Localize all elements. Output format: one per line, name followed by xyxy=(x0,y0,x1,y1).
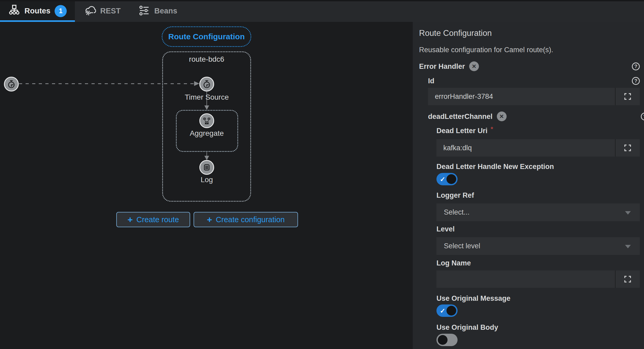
help-icon[interactable] xyxy=(641,113,644,120)
plus-icon: + xyxy=(207,215,212,224)
logger-ref-placeholder: Select... xyxy=(444,208,470,216)
use-original-body-label: Use Original Body xyxy=(436,323,498,332)
edge-aggregate-to-log xyxy=(206,152,207,156)
beans-options-icon xyxy=(138,5,150,17)
create-route-button[interactable]: + Create route xyxy=(116,212,190,227)
help-icon[interactable] xyxy=(632,62,640,70)
required-asterisk: * xyxy=(491,125,493,133)
help-icon[interactable] xyxy=(632,77,640,85)
panel-description: Reusable configuration for Camel route(s… xyxy=(419,46,640,54)
aggregate-label: Aggregate xyxy=(162,129,252,138)
expand-icon xyxy=(624,93,631,100)
level-placeholder: Select level xyxy=(444,242,480,250)
handle-new-exception-row: Dead Letter Handle New Exception xyxy=(436,162,640,171)
chevron-down-icon xyxy=(625,211,631,215)
expand-icon xyxy=(624,275,631,283)
edge-arrowhead xyxy=(204,105,209,110)
panel-title: Route Configuration xyxy=(419,28,640,38)
dashed-edge xyxy=(19,83,194,84)
aggregate-envelopes-icon xyxy=(203,117,211,125)
level-select[interactable]: Select level xyxy=(436,237,640,255)
level-row: Level xyxy=(436,224,640,234)
logger-ref-row: Logger Ref xyxy=(436,191,640,200)
tab-rest-label: REST xyxy=(100,7,121,15)
edge-arrowhead xyxy=(204,156,209,160)
tab-rest[interactable]: REST xyxy=(83,0,121,22)
use-original-body-row: Use Original Body xyxy=(436,323,640,332)
handle-new-exception-toggle[interactable] xyxy=(436,173,458,185)
route-configuration-group-label: Route Configuration xyxy=(168,32,245,41)
routes-count-badge: 1 xyxy=(55,5,67,17)
stopwatch-icon xyxy=(202,80,211,89)
toggle-knob xyxy=(438,335,448,345)
log-name-label: Log Name xyxy=(436,258,471,268)
dead-letter-uri-label: Dead Letter Uri xyxy=(436,126,488,135)
remove-dead-letter-channel-icon[interactable] xyxy=(497,112,507,121)
window-top-edge xyxy=(0,0,644,1)
dead-letter-uri-value[interactable]: kafka:dlq xyxy=(436,139,615,157)
log-name-input[interactable] xyxy=(436,270,640,288)
id-value[interactable]: errorHandler-3784 xyxy=(428,88,615,105)
route-container-label: route-bdc6 xyxy=(162,55,251,64)
timer-source-label: Timer Source xyxy=(162,93,252,101)
dead-letter-channel-label: deadLetterChannel xyxy=(428,112,493,121)
dead-letter-uri-row: Dead Letter Uri * xyxy=(436,126,640,135)
app-window: Routes 1 REST Beans xyxy=(0,0,644,349)
routes-tree-icon xyxy=(8,4,20,18)
level-label: Level xyxy=(436,224,455,234)
expand-field-button[interactable] xyxy=(615,88,640,105)
tab-bar: Routes 1 REST Beans xyxy=(0,0,644,22)
chevron-down-icon xyxy=(625,245,631,248)
tab-routes-label: Routes xyxy=(25,7,50,15)
create-configuration-button[interactable]: + Create configuration xyxy=(194,212,298,227)
use-original-message-label: Use Original Message xyxy=(436,294,511,303)
log-lines-icon xyxy=(203,163,211,172)
id-input[interactable]: errorHandler-3784 xyxy=(428,88,640,105)
dead-letter-channel-row: deadLetterChannel xyxy=(428,112,640,121)
tab-beans[interactable]: Beans xyxy=(138,0,177,22)
logger-ref-select[interactable]: Select... xyxy=(436,203,640,221)
expand-field-button[interactable] xyxy=(615,139,640,157)
expand-icon xyxy=(624,144,631,152)
log-name-row: Log Name xyxy=(436,258,640,268)
expand-field-button[interactable] xyxy=(615,270,640,288)
toggle-knob xyxy=(446,306,456,316)
aggregate-node[interactable] xyxy=(199,113,214,128)
create-route-label: Create route xyxy=(136,215,179,224)
plus-icon: + xyxy=(127,215,133,224)
id-label: Id xyxy=(428,76,434,86)
stopwatch-icon xyxy=(7,80,16,89)
error-handler-label: Error Handler xyxy=(419,62,465,71)
rest-cloud-gear-icon xyxy=(83,4,96,18)
route-configuration-group-node[interactable]: Route Configuration xyxy=(162,26,251,47)
error-handler-row: Error Handler xyxy=(419,61,640,71)
tab-beans-label: Beans xyxy=(154,7,177,15)
id-row: Id xyxy=(428,76,631,86)
use-original-body-toggle[interactable] xyxy=(436,334,458,346)
timer-source-node[interactable] xyxy=(199,77,214,91)
dead-letter-uri-input[interactable]: kafka:dlq xyxy=(436,139,640,157)
use-original-message-row: Use Original Message xyxy=(436,294,640,303)
flow-canvas[interactable]: Route Configuration route-bdc6 Timer Sou… xyxy=(0,22,413,349)
toggle-knob xyxy=(446,174,456,184)
handle-new-exception-label: Dead Letter Handle New Exception xyxy=(436,162,554,171)
log-name-value[interactable] xyxy=(436,270,615,288)
use-original-message-toggle[interactable] xyxy=(436,304,458,317)
external-timer-node[interactable] xyxy=(4,77,19,91)
log-label: Log xyxy=(162,176,252,184)
log-node[interactable] xyxy=(199,160,214,175)
dashed-edge-arrowhead xyxy=(194,81,199,86)
details-panel: Route Configuration Reusable configurati… xyxy=(413,22,644,349)
logger-ref-label: Logger Ref xyxy=(436,191,474,200)
tab-routes[interactable]: Routes 1 xyxy=(0,0,75,22)
create-configuration-label: Create configuration xyxy=(216,215,285,224)
remove-error-handler-icon[interactable] xyxy=(469,61,479,71)
